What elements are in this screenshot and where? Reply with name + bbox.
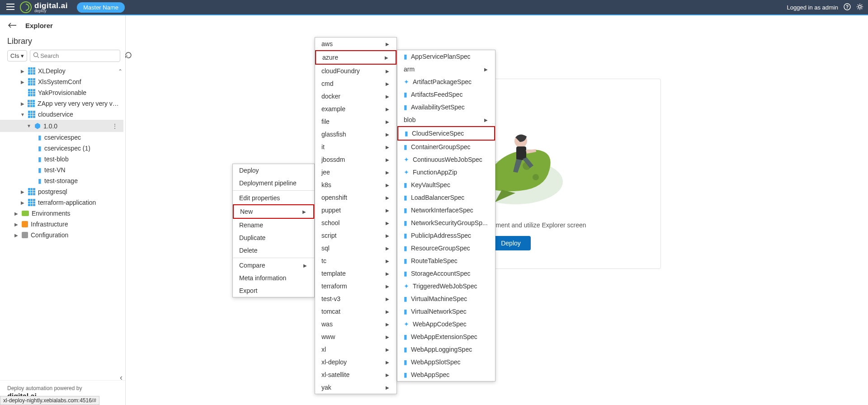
collapse-up-icon[interactable]: ⌃ [118, 68, 123, 75]
type-item-appservice[interactable]: ▮AppServicePlanSpec [397, 50, 495, 63]
type-item-webapplog[interactable]: ▮WebAppLoggingSpec [397, 343, 495, 356]
file-icon: ▮ [404, 371, 407, 378]
tree-item-cloudservice[interactable]: ▼cloudservice [0, 109, 123, 120]
ctx-item-meta[interactable]: Meta information [233, 272, 314, 284]
tree-item-yakprov[interactable]: YakProvisionable [0, 87, 123, 98]
help-icon[interactable]: ? [844, 3, 851, 12]
tree-item-teststorage[interactable]: ▮test-storage [0, 175, 123, 186]
type-item-contwebjob[interactable]: ✦ContinuousWebJobSpec [397, 153, 495, 166]
tree-item-postgresql[interactable]: ▶postgresql [0, 186, 123, 197]
tree-item-cservicespec[interactable]: ▮cservicespec [0, 132, 123, 143]
ctx-item-compare[interactable]: Compare▶ [233, 259, 314, 272]
type-item-netinterface[interactable]: ▮NetworkInterfaceSpec [397, 204, 495, 217]
type-item-webappslot[interactable]: ▮WebAppSlotSpec [397, 356, 495, 368]
type-item-blob[interactable]: blob▶ [397, 113, 495, 126]
gear-icon[interactable] [856, 3, 863, 12]
type-item-storageacct[interactable]: ▮StorageAccountSpec [397, 267, 495, 280]
submenu-item-docker[interactable]: docker▶ [315, 90, 396, 103]
type-item-resgroup[interactable]: ▮ResourceGroupSpec [397, 242, 495, 254]
submenu-item-template[interactable]: template▶ [315, 267, 396, 280]
ctx-item-delete[interactable]: Delete [233, 244, 314, 257]
submenu-item-file[interactable]: file▶ [315, 115, 396, 128]
submenu-item-k8s[interactable]: k8s▶ [315, 179, 396, 191]
type-item-vmspec[interactable]: ▮VirtualMachineSpec [397, 292, 495, 305]
tree-item-xldeploy[interactable]: ▶XLDeploy [0, 66, 123, 76]
submenu-item-xldeploy[interactable]: xl-deploy▶ [315, 356, 396, 368]
file-icon: ▮ [405, 130, 408, 137]
submenu-categories: aws▶ azure▶ cloudFoundry▶ cmd▶ docker▶ e… [315, 37, 397, 394]
submenu-item-example[interactable]: example▶ [315, 103, 396, 115]
file-icon: ▮ [38, 177, 42, 184]
tree-item-cservicespec1[interactable]: ▮cservicespec (1) [0, 143, 123, 154]
tree-item-version[interactable]: ▼⬢1.0.0⋮ [0, 120, 123, 132]
tree-item-infrastructure[interactable]: ▶Infrastructure [0, 219, 123, 230]
type-item-routetable[interactable]: ▮RouteTableSpec [397, 254, 495, 267]
type-item-loadbalancer[interactable]: ▮LoadBalancerSpec [397, 191, 495, 204]
ctx-item-rename[interactable]: Rename [233, 219, 314, 231]
type-item-triggeredjob[interactable]: ✦TriggeredWebJobSpec [397, 280, 495, 292]
ctx-item-pipeline[interactable]: Deployment pipeline [233, 177, 314, 189]
submenu-item-script[interactable]: script▶ [315, 229, 396, 242]
submenu-item-cloudfoundry[interactable]: cloudFoundry▶ [315, 65, 396, 77]
submenu-item-tc[interactable]: tc▶ [315, 254, 396, 267]
submenu-item-it[interactable]: it▶ [315, 141, 396, 153]
submenu-item-terraform[interactable]: terraform▶ [315, 280, 396, 292]
back-arrow-icon[interactable] [8, 22, 16, 29]
submenu-item-www[interactable]: www▶ [315, 330, 396, 343]
file-icon: ▮ [404, 270, 407, 277]
type-item-publicip[interactable]: ▮PublicIpAddressSpec [397, 229, 495, 242]
type-item-artifactpkg[interactable]: ✦ArtifactPackageSpec [397, 75, 495, 88]
type-item-availset[interactable]: ▮AvailabilitySetSpec [397, 101, 495, 113]
submenu-item-yak[interactable]: yak▶ [315, 381, 396, 394]
submenu-item-glassfish[interactable]: glassfish▶ [315, 128, 396, 141]
type-item-vnetspec[interactable]: ▮VirtualNetworkSpec [397, 305, 495, 318]
login-label: Logged in as admin [787, 4, 838, 11]
ctx-item-deploy[interactable]: Deploy [233, 164, 314, 177]
submenu-item-azure[interactable]: azure▶ [315, 50, 396, 65]
tree-item-terraformapp[interactable]: ▶terraform-application [0, 197, 123, 208]
hamburger-icon[interactable] [5, 2, 16, 13]
submenu-item-school[interactable]: school▶ [315, 217, 396, 229]
search-input[interactable] [39, 52, 117, 60]
tree-item-testblob[interactable]: ▮test-blob [0, 154, 123, 165]
submenu-item-jee[interactable]: jee▶ [315, 166, 396, 179]
submenu-item-aws[interactable]: aws▶ [315, 38, 396, 50]
ctx-item-duplicate[interactable]: Duplicate [233, 231, 314, 244]
filter-dropdown[interactable]: CIs ▾ [7, 50, 27, 61]
type-item-functionzip[interactable]: ✦FunctionAppZip [397, 166, 495, 179]
master-name-badge[interactable]: Master Name [77, 2, 125, 13]
submenu-item-tomcat[interactable]: tomcat▶ [315, 305, 396, 318]
search-box[interactable] [30, 50, 120, 62]
type-item-artifactsfeed[interactable]: ▮ArtifactsFeedSpec [397, 88, 495, 101]
type-item-webappext[interactable]: ▮WebAppExtensionSpec [397, 330, 495, 343]
tree: ⌃ ▶XLDeploy ▶XlsSystemConf YakProvisiona… [0, 66, 125, 380]
submenu-item-sql[interactable]: sql▶ [315, 242, 396, 254]
deploy-button[interactable]: Deploy [491, 236, 531, 250]
type-item-arm[interactable]: arm▶ [397, 63, 495, 75]
submenu-item-xlsatellite[interactable]: xl-satellite▶ [315, 368, 396, 381]
type-item-cloudservice[interactable]: ▮CloudServiceSpec [397, 126, 495, 141]
type-item-netsecgroup[interactable]: ▮NetworkSecurityGroupSp... [397, 217, 495, 229]
ctx-item-export[interactable]: Export [233, 284, 314, 297]
submenu-item-xl[interactable]: xl▶ [315, 343, 396, 356]
submenu-item-openshift[interactable]: openshift▶ [315, 191, 396, 204]
ctx-item-edit[interactable]: Edit properties [233, 192, 314, 204]
submenu-item-testv3[interactable]: test-v3▶ [315, 292, 396, 305]
type-item-webapp[interactable]: ▮WebAppSpec [397, 368, 495, 381]
submenu-item-puppet[interactable]: puppet▶ [315, 204, 396, 217]
ctx-item-new[interactable]: New▶ [233, 204, 314, 219]
kebab-icon[interactable]: ⋮ [112, 122, 122, 130]
submenu-item-cmd[interactable]: cmd▶ [315, 77, 396, 90]
tree-item-testvn[interactable]: ▮test-VN [0, 165, 123, 175]
tree-item-xlssystemconf[interactable]: ▶XlsSystemConf [0, 76, 123, 87]
collapse-sidebar-icon[interactable]: ‹ [120, 373, 123, 382]
tree-item-configuration[interactable]: ▶Configuration [0, 230, 123, 240]
type-item-webappcode[interactable]: ✦WebAppCodeSpec [397, 318, 495, 330]
submenu-item-was[interactable]: was▶ [315, 318, 396, 330]
submenu-item-jbossdm[interactable]: jbossdm▶ [315, 153, 396, 166]
type-item-keyvault[interactable]: ▮KeyVaultSpec [397, 179, 495, 191]
type-item-containergroup[interactable]: ▮ContainerGroupSpec [397, 141, 495, 153]
tree-item-zapp[interactable]: ▶ZApp very very very very very ... [0, 98, 123, 109]
logo[interactable]: digital.ai deploy [20, 1, 68, 13]
tree-item-environments[interactable]: ▶Environments [0, 208, 123, 219]
